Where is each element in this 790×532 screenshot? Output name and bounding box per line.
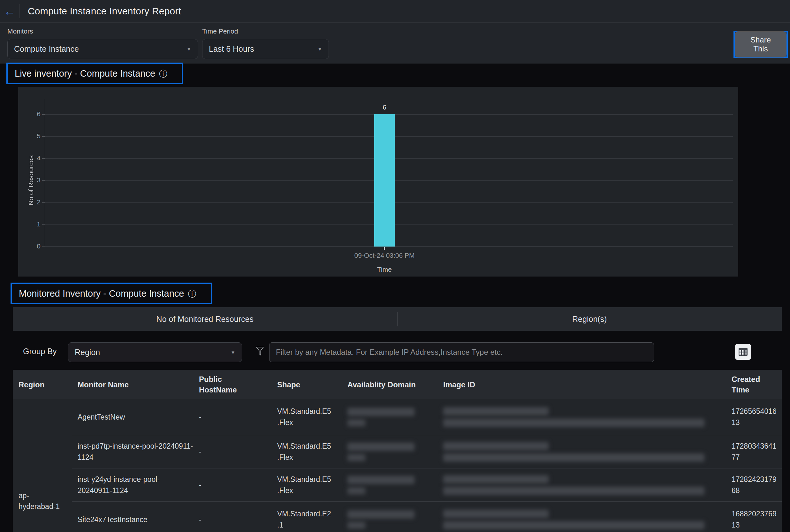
- back-arrow-icon: ←: [4, 4, 15, 18]
- y-tick-label: 5: [23, 132, 41, 140]
- chevron-down-icon: ▼: [187, 46, 191, 52]
- y-tick-label: 1: [23, 220, 41, 228]
- monitor-name-cell: Site24x7TestInstance: [72, 502, 193, 532]
- created-time-cell: 1726565401613: [726, 399, 782, 435]
- x-axis-title: Time: [352, 266, 417, 273]
- share-this-button[interactable]: Share This: [735, 31, 787, 57]
- metadata-filter-input[interactable]: [269, 342, 654, 362]
- redacted-blur: [347, 442, 415, 451]
- redacted-blur: [443, 487, 705, 495]
- chart-panel: 0123456No of Resources609-Oct-24 03:06 P…: [18, 87, 738, 277]
- chevron-down-icon: ▼: [317, 46, 322, 52]
- summary-col-monitored-resources: No of Monitored Resources: [13, 315, 397, 324]
- y-tick-mark: [42, 247, 45, 247]
- monitors-label: Monitors: [7, 27, 33, 35]
- chart-bar: [374, 114, 395, 247]
- title-divider: [19, 4, 19, 18]
- y-tick-mark: [42, 203, 45, 203]
- inventory-table: RegionMonitor NamePublic HostNameShapeAv…: [13, 370, 782, 532]
- table-icon: [738, 348, 748, 356]
- x-tick-label: 09-Oct-24 03:06 PM: [321, 252, 448, 259]
- column-header-image-id: Image ID: [438, 370, 726, 399]
- public-hostname-cell: -: [193, 435, 271, 468]
- chart-gridline: [45, 247, 733, 247]
- redacted-blur: [347, 487, 365, 494]
- public-hostname-cell: -: [193, 399, 271, 435]
- group-by-select[interactable]: Region ▼: [68, 342, 242, 362]
- availability-domain-cell: [342, 399, 438, 435]
- shape-cell: VM.Standard.E5.Flex: [271, 435, 342, 468]
- image-id-cell: [438, 399, 726, 435]
- monitors-select[interactable]: Compute Instance ▼: [7, 39, 198, 59]
- public-hostname-cell: -: [193, 469, 271, 501]
- table-view-button[interactable]: [735, 344, 751, 360]
- table-rows: AgentTestNew-VM.Standard.E5.Flex17265654…: [72, 399, 782, 532]
- redacted-blur: [443, 419, 705, 427]
- inventory-table-body: ap-hyderabad-1 AgentTestNew-VM.Standard.…: [13, 399, 782, 532]
- redacted-blur: [443, 521, 705, 529]
- redacted-blur: [443, 442, 548, 450]
- monitored-inventory-annotation-outline: Monitored Inventory - Compute Instance ⓘ: [11, 283, 212, 304]
- chevron-down-icon: ▼: [231, 350, 235, 355]
- redacted-blur: [347, 408, 415, 416]
- availability-domain-cell: [342, 469, 438, 501]
- group-by-select-value: Region: [75, 348, 226, 357]
- redacted-blur: [443, 475, 548, 483]
- y-tick-mark: [42, 136, 45, 137]
- inventory-table-header: RegionMonitor NamePublic HostNameShapeAv…: [13, 370, 782, 399]
- column-header-public-hostname: Public HostName: [193, 370, 271, 399]
- y-axis-line: [45, 99, 45, 247]
- column-header-availablity-domain: Availablity Domain: [342, 370, 438, 399]
- filter-funnel-icon: [255, 346, 264, 358]
- image-id-cell: [438, 502, 726, 532]
- info-icon[interactable]: ⓘ: [159, 68, 167, 79]
- image-id-cell: [438, 469, 726, 501]
- title-row: ← Compute Instance Inventory Report: [0, 0, 790, 23]
- monitored-inventory-title: Monitored Inventory - Compute Instance: [19, 288, 184, 299]
- region-group-cell: ap-hyderabad-1: [13, 399, 72, 532]
- monitors-select-value: Compute Instance: [14, 44, 182, 54]
- image-id-cell: [438, 435, 726, 468]
- shape-cell: VM.Standard.E5.Flex: [271, 399, 342, 435]
- redacted-blur: [347, 476, 415, 484]
- table-row: Site24x7TestInstance-VM.Standard.E2.1168…: [72, 501, 782, 532]
- summary-table-header: No of Monitored Resources Region(s): [13, 307, 782, 331]
- column-header-shape: Shape: [271, 370, 342, 399]
- column-header-created-time: Created Time: [726, 370, 782, 399]
- group-by-label: Group By: [23, 347, 57, 356]
- top-bar: ← Compute Instance Inventory Report Moni…: [0, 0, 790, 63]
- created-time-cell: 1688202376913: [726, 502, 782, 532]
- x-tick-mark: [384, 247, 385, 250]
- redacted-blur: [347, 454, 365, 461]
- table-row: AgentTestNew-VM.Standard.E5.Flex17265654…: [72, 399, 782, 435]
- y-tick-label: 6: [23, 110, 41, 118]
- redacted-blur: [443, 510, 548, 518]
- created-time-cell: 1728034364177: [726, 435, 782, 468]
- y-tick-mark: [42, 158, 45, 159]
- redacted-blur: [347, 419, 365, 426]
- availability-domain-cell: [342, 435, 438, 468]
- shape-cell: VM.Standard.E5.Flex: [271, 469, 342, 501]
- availability-domain-cell: [342, 502, 438, 532]
- redacted-blur: [347, 510, 415, 518]
- monitor-name-cell: inst-y24yd-instance-pool-20240911-1124: [72, 469, 193, 501]
- bar-value-label: 6: [372, 103, 397, 111]
- time-period-select[interactable]: Last 6 Hours ▼: [202, 39, 329, 59]
- y-axis-title: No of Resources: [27, 147, 35, 214]
- share-annotation-outline: Share This: [733, 31, 788, 58]
- y-tick-mark: [42, 225, 45, 225]
- monitor-name-cell: inst-pd7tp-instance-pool-20240911-1124: [72, 435, 193, 468]
- back-button[interactable]: ←: [0, 0, 19, 22]
- info-icon[interactable]: ⓘ: [188, 288, 196, 300]
- table-row: inst-y24yd-instance-pool-20240911-1124-V…: [72, 468, 782, 501]
- y-tick-mark: [42, 180, 45, 181]
- redacted-blur: [443, 453, 705, 462]
- time-period-label: Time Period: [202, 27, 238, 35]
- live-inventory-annotation-outline: Live inventory - Compute Instance ⓘ: [6, 62, 183, 84]
- redacted-blur: [347, 522, 365, 529]
- live-inventory-title: Live inventory - Compute Instance: [15, 68, 155, 79]
- page-title: Compute Instance Inventory Report: [28, 6, 181, 17]
- summary-col-regions: Region(s): [398, 315, 782, 324]
- region-group-value: ap-hyderabad-1: [13, 399, 63, 512]
- created-time-cell: 1728242317968: [726, 469, 782, 501]
